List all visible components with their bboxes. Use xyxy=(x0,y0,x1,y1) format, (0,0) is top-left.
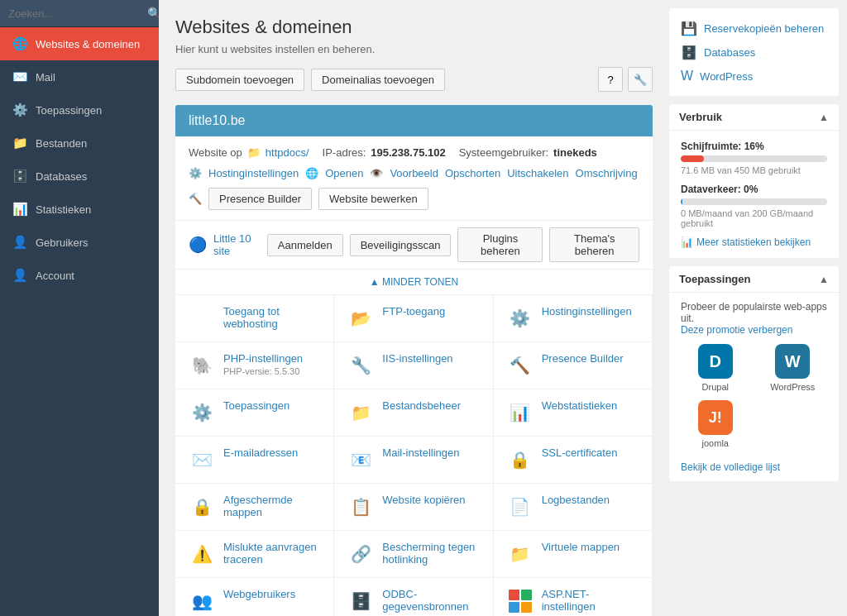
feature-link-logs[interactable]: Logbestanden xyxy=(542,494,610,506)
stats-link[interactable]: 📊 Meer statistieken bekijken xyxy=(681,236,827,248)
feature-link-webhosting[interactable]: Toegang tot webhosting xyxy=(223,305,280,330)
feature-webhosting[interactable]: Toegang tot webhosting xyxy=(175,295,334,342)
feature-link-aspnet[interactable]: ASP.NET-instellingen xyxy=(542,588,596,613)
feature-toepassingen2[interactable]: ⚙️ Toepassingen xyxy=(175,389,334,437)
feature-link-presence[interactable]: Presence Builder xyxy=(542,352,624,365)
feature-link-hotlink[interactable]: Bescherming tegen hotlinking xyxy=(382,541,475,566)
feature-link-bestanden2[interactable]: Bestandsbeheer xyxy=(382,399,461,412)
app-wordpress[interactable]: W WordPress xyxy=(758,344,828,392)
app-label-joomla: joomla xyxy=(702,438,729,448)
feature-virtual[interactable]: 📁 Virtuele mappen xyxy=(494,531,653,578)
feature-text-virtual: Virtuele mappen xyxy=(542,541,620,553)
feature-mail_settings[interactable]: 📧 Mail-instellingen xyxy=(334,437,493,484)
httpdocs-link[interactable]: httpdocs/ xyxy=(266,146,309,159)
feature-icon-webstats: 📊 xyxy=(507,399,534,426)
feature-email[interactable]: ✉️ E-mailadressen xyxy=(175,437,334,484)
sys-value: tinekeds xyxy=(553,146,597,159)
settings-icon[interactable]: 🔧 xyxy=(628,67,653,92)
feature-link-protected[interactable]: Afgeschermde mappen xyxy=(223,494,293,518)
feature-webstats[interactable]: 📊 Webstatistieken xyxy=(494,389,653,437)
feature-php[interactable]: 🐘 PHP-instellingenPHP-versie: 5.5.30 xyxy=(175,342,334,389)
feature-logs[interactable]: 📄 Logbestanden xyxy=(494,484,653,531)
open-link[interactable]: Openen xyxy=(325,167,363,179)
feature-link-toepassingen2[interactable]: Toepassingen xyxy=(223,399,290,412)
plugins-button[interactable]: Plugins beheren xyxy=(457,227,543,262)
app-icon-wordpress: W xyxy=(775,344,810,379)
feature-icon-failed_requests: ⚠️ xyxy=(189,541,215,567)
app-drupal[interactable]: D Drupal xyxy=(681,344,750,392)
sidebar-item-account[interactable]: 👤 Account xyxy=(0,259,159,292)
sidebar-item-mail[interactable]: ✉️ Mail xyxy=(0,60,159,93)
verbruik-title: Verbruik xyxy=(679,111,722,123)
feature-presence[interactable]: 🔨 Presence Builder xyxy=(494,342,653,389)
view-all-apps-link[interactable]: Bekijk de volledige lijst xyxy=(669,456,839,481)
feature-icon-virtual: 📁 xyxy=(507,541,534,567)
verbruik-collapse-icon[interactable]: ▲ xyxy=(819,112,829,123)
search-box[interactable]: 🔍 xyxy=(0,0,159,27)
feature-icon-toepassingen2: ⚙️ xyxy=(189,399,215,426)
feature-ssl[interactable]: 🔒 SSL-certificaten xyxy=(494,437,653,484)
themes-button[interactable]: Thema's beheren xyxy=(549,227,639,262)
sidebar-label-gebruikers: Gebruikers xyxy=(36,236,89,249)
sidebar-item-websites[interactable]: 🌐 Websites & domeinen xyxy=(0,27,159,60)
feature-hosting_settings[interactable]: ⚙️ Hostinginstellingen xyxy=(494,295,653,342)
quick-links-box: 💾 Reservekopieën beheren🗄️ DatabasesW Wo… xyxy=(669,8,839,96)
quick-link-databases[interactable]: 🗄️ Databases xyxy=(681,41,827,64)
disable-link[interactable]: Uitschakelen xyxy=(507,167,568,179)
feature-protected[interactable]: 🔒 Afgeschermde mappen xyxy=(175,484,334,531)
sys-label: Systeemgebruiker: xyxy=(459,146,548,159)
hide-promo-link[interactable]: Deze promotie verbergen xyxy=(681,324,792,336)
feature-text-php: PHP-instellingenPHP-versie: 5.5.30 xyxy=(223,352,303,376)
feature-link-copy_site[interactable]: Website kopiëren xyxy=(382,494,465,506)
feature-link-hosting_settings[interactable]: Hostinginstellingen xyxy=(542,305,632,318)
feature-failed_requests[interactable]: ⚠️ Mislukte aanvragen traceren xyxy=(175,531,334,578)
feature-link-webusers[interactable]: Webgebruikers xyxy=(223,588,295,600)
wp-site-link[interactable]: Little 10 site xyxy=(213,232,261,257)
preview-link[interactable]: Voorbeeld xyxy=(390,167,438,179)
feature-link-webstats[interactable]: Webstatistieken xyxy=(542,399,618,412)
presence-builder-button[interactable]: Presence Builder xyxy=(208,188,312,210)
feature-link-iis[interactable]: IIS-instellingen xyxy=(382,352,452,365)
website-edit-button[interactable]: Website bewerken xyxy=(318,188,428,210)
feature-sub-php: PHP-versie: 5.5.30 xyxy=(223,366,303,376)
aanmelden-button[interactable]: Aanmelden xyxy=(267,234,343,256)
sidebar-item-gebruikers[interactable]: 👤 Gebruikers xyxy=(0,226,159,259)
feature-text-ftp: FTP-toegang xyxy=(382,305,445,318)
security-scan-button[interactable]: Beveiligingsscan xyxy=(350,234,452,256)
feature-link-php[interactable]: PHP-instellingen xyxy=(223,352,303,365)
feature-link-failed_requests[interactable]: Mislukte aanvragen traceren xyxy=(223,541,317,566)
domain-name: little10.be xyxy=(189,113,246,127)
feature-aspnet[interactable]: ASP.NET-instellingen xyxy=(494,578,653,616)
feature-hotlink[interactable]: 🔗 Bescherming tegen hotlinking xyxy=(334,531,493,578)
feature-link-ftp[interactable]: FTP-toegang xyxy=(382,305,445,318)
show-less-button[interactable]: ▲ MINDER TONEN xyxy=(175,270,653,295)
sidebar-item-bestanden[interactable]: 📁 Bestanden xyxy=(0,127,159,160)
hosting-settings-link[interactable]: Hostinginstellingen xyxy=(208,167,299,179)
feature-link-odbc[interactable]: ODBC-gegevensbronnen xyxy=(382,588,468,613)
feature-link-ssl[interactable]: SSL-certificaten xyxy=(542,446,618,459)
feature-link-virtual[interactable]: Virtuele mappen xyxy=(542,541,620,553)
sidebar-item-databases[interactable]: 🗄️ Databases xyxy=(0,160,159,193)
search-input[interactable] xyxy=(8,7,147,20)
disk-progress-bar xyxy=(681,155,827,162)
suspend-link[interactable]: Opschorten xyxy=(445,167,500,179)
feature-bestanden2[interactable]: 📁 Bestandsbeheer xyxy=(334,389,493,437)
description-link[interactable]: Omschrijving xyxy=(576,167,638,179)
sidebar-item-toepassingen[interactable]: ⚙️ Toepassingen xyxy=(0,93,159,127)
subdomain-button[interactable]: Subdomein toevoegen xyxy=(175,69,304,91)
quick-link-reservekopie[interactable]: 💾 Reservekopieën beheren xyxy=(681,17,827,41)
feature-link-mail_settings[interactable]: Mail-instellingen xyxy=(382,446,459,459)
toepassingen-collapse-icon[interactable]: ▲ xyxy=(819,274,829,285)
feature-iis[interactable]: 🔧 IIS-instellingen xyxy=(334,342,493,389)
feature-link-email[interactable]: E-mailadressen xyxy=(223,446,298,459)
sidebar-item-statistieken[interactable]: 📊 Statistieken xyxy=(0,193,159,226)
feature-ftp[interactable]: 📂 FTP-toegang xyxy=(334,295,493,342)
feature-odbc[interactable]: 🗄️ ODBC-gegevensbronnen xyxy=(334,578,493,616)
features-grid: Toegang tot webhosting 📂 FTP-toegang ⚙️ … xyxy=(175,295,653,616)
quick-link-wordpress[interactable]: W WordPress xyxy=(681,64,827,88)
domain-alias-button[interactable]: Domeinalias toevoegen xyxy=(311,69,445,91)
feature-copy_site[interactable]: 📋 Website kopiëren xyxy=(334,484,493,531)
app-joomla[interactable]: J! joomla xyxy=(681,400,750,448)
help-icon[interactable]: ? xyxy=(598,67,623,92)
feature-webusers[interactable]: 👥 Webgebruikers xyxy=(175,578,334,616)
